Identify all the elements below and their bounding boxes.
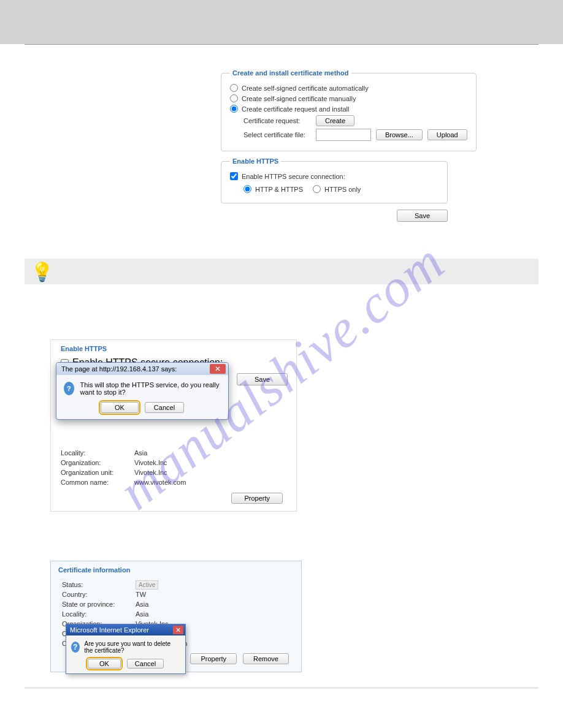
question-icon: ? [64,382,74,395]
org-value: Vivotek.Inc [134,459,286,466]
cn-label: Common name: [61,479,134,486]
save-button[interactable]: Save [397,210,448,222]
state-label: State or province: [62,601,136,608]
enable-https-checkbox[interactable] [230,172,238,180]
state-value: Asia [136,601,290,608]
save-button-2[interactable]: Save [237,373,288,385]
close-icon[interactable]: ✕ [210,364,226,374]
cert-method-section: Create and install certificate method Cr… [221,69,448,222]
question-icon: ? [71,642,80,653]
dialog-ie-title: Microsoft Internet Explorer ✕ [66,624,185,635]
radio-manual-label: Create self-signed certificate manually [242,95,356,102]
cn-value: www.vivotek.com [134,479,286,486]
dialog-ie-title-text: Microsoft Internet Explorer [70,626,149,634]
radio-https-only[interactable] [313,185,321,193]
enable-https-fieldset: Enable HTTPS Enable HTTPS secure connect… [221,157,448,203]
radio-request-label: Create certificate request and install [242,105,349,113]
cancel-button-2[interactable]: Cancel [127,659,164,669]
status-select[interactable]: Active [136,580,158,590]
org-label: Organization: [61,459,134,466]
upload-button[interactable]: Upload [427,129,467,140]
radio-auto-label: Create self-signed certificate automatic… [242,85,369,92]
select-file-label: Select certificate file: [243,131,311,138]
remove-button[interactable]: Remove [243,653,289,664]
property-button-2[interactable]: Property [190,653,237,664]
ok-button-2[interactable]: OK [88,659,121,669]
screenshot-cert-info: Certificate information Status: Active C… [50,561,302,672]
ok-button[interactable]: OK [101,402,139,413]
locality-value: Asia [134,449,286,457]
radio-https-only-label: HTTPS only [324,186,361,193]
confirm-dialog-stop-https: The page at http://192.168.4.137 says: ✕… [56,362,229,420]
close-icon[interactable]: ✕ [173,626,183,634]
cert-info-title: Certificate information [58,566,294,574]
lightbulb-icon: 💡 [31,261,53,282]
unit-label: Organization unit: [61,469,134,476]
dialog-message: This will stop the HTTPS service, do you… [80,381,221,396]
radio-http-and-https[interactable] [243,185,251,193]
locality-label: Locality: [61,449,134,457]
dialog-ie-message: Are you sure you want to delete the cert… [85,640,180,654]
radio-manual[interactable] [230,94,238,102]
cert-info-partial: Locality: Asia Organization: Vivotek.Inc… [57,447,290,488]
confirm-dialog-delete-cert: Microsoft Internet Explorer ✕ ? Are you … [66,624,186,674]
enable-https-label: Enable HTTPS secure connection: [242,173,345,180]
property-button[interactable]: Property [231,493,283,504]
create-button[interactable]: Create [316,115,354,126]
enable-https-legend-2: Enable HTTPS [57,343,290,355]
locality-label-2: Locality: [62,610,136,618]
bottom-divider [25,687,538,689]
enable-https-legend: Enable HTTPS [230,157,281,165]
cert-method-legend: Create and install certificate method [230,69,351,77]
file-path-input[interactable] [316,129,371,141]
cert-request-label: Certificate request: [243,117,311,124]
page-header [0,0,563,44]
unit-value: Vivotek.Inc [134,469,286,476]
tip-bar: 💡 [25,259,538,284]
radio-auto[interactable] [230,84,238,92]
radio-http-and-https-label: HTTP & HTTPS [255,186,303,193]
country-value: TW [136,591,290,598]
country-label: Country: [62,591,136,598]
screenshot-disable-https: Enable HTTPS Enable HTTPS secure connect… [50,339,297,512]
dialog-title: The page at http://192.168.4.137 says: ✕ [56,363,228,375]
browse-button[interactable]: Browse... [376,129,423,140]
cancel-button[interactable]: Cancel [145,402,184,413]
locality-value-2: Asia [136,610,290,618]
page-content: manualshive.com Create and install certi… [0,45,563,707]
cert-method-fieldset: Create and install certificate method Cr… [221,69,477,151]
dialog-title-text: The page at http://192.168.4.137 says: [61,365,177,373]
status-label: Status: [62,581,136,588]
radio-request[interactable] [230,105,238,113]
